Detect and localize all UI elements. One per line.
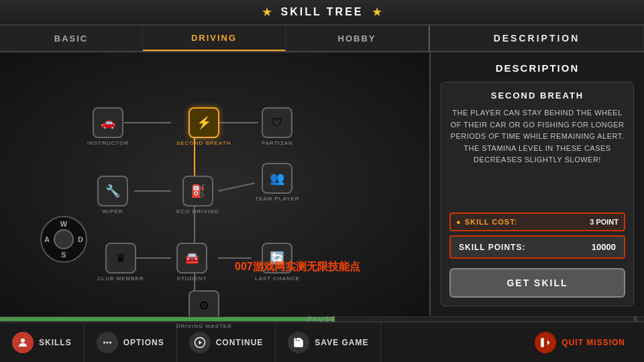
tab-bar: BASIC DRIVING HOBBY DESCRIPTION xyxy=(0,25,644,52)
skill-node-partizan[interactable]: 🛡 PARTIZAN xyxy=(262,107,293,146)
skill-label-second-breath: SECOND BREATH xyxy=(176,140,231,146)
tab-hobby[interactable]: HOBBY xyxy=(286,25,429,51)
skill-label-team-player: TEAM PLAYER xyxy=(255,196,299,202)
skill-points-label: SKILL POINTS: xyxy=(459,243,525,252)
skill-label-driving-master: DRIVING MASTER xyxy=(176,323,232,329)
skill-cost-row: ● SKILL COST: 3 POINT xyxy=(449,213,625,231)
bottom-bar: SKILLS OPTIONS CONTINUE SAVE GAME QUIT M… xyxy=(0,322,644,362)
skill-icon-second-breath: ⚡ xyxy=(189,107,219,138)
description-title: DESCRIPTION xyxy=(441,62,634,74)
description-header: DESCRIPTION xyxy=(429,25,644,51)
skill-icon-wiper: 🔧 xyxy=(97,176,128,206)
skill-icon-instructor: 🚗 xyxy=(93,107,123,138)
wasd-w: W xyxy=(60,220,67,228)
skill-tree-area: 🚗 INSTRUCTOR ⚡ SECOND BREATH 🛡 PARTIZAN … xyxy=(0,52,429,316)
progress-fill xyxy=(0,317,335,321)
skill-icon-last-chance: 🔄 xyxy=(262,243,292,274)
star-left-icon: ★ xyxy=(262,5,272,19)
svg-marker-14 xyxy=(199,341,202,345)
skill-icon-eco-driving: ⛽ xyxy=(182,176,213,206)
skill-icon-student: 🚘 xyxy=(176,243,207,274)
skill-node-club-member[interactable]: ♛ CLUB MEMBER xyxy=(97,243,144,282)
skill-label-last-chance: LAST CHANCE xyxy=(255,276,300,282)
skill-node-student[interactable]: 🚘 STUDENT xyxy=(176,243,207,282)
skill-points-value: 10000 xyxy=(592,242,616,252)
skill-icon-club-member: ♛ xyxy=(105,243,136,274)
skills-button[interactable]: SKILLS xyxy=(7,323,85,362)
skill-points-row: SKILL POINTS: 10000 xyxy=(449,235,625,259)
options-button[interactable]: OPTIONS xyxy=(85,323,177,362)
wasd-control: W A S D xyxy=(40,216,87,263)
skills-label: SKILLS xyxy=(39,338,72,347)
description-panel: DESCRIPTION SECOND BREATH THE PLAYER CAN… xyxy=(429,52,644,316)
skill-node-team-player[interactable]: 👥 TEAM PLAYER xyxy=(255,163,299,202)
tab-basic[interactable]: BASIC xyxy=(0,25,143,51)
skill-label-instructor: INSTRUCTOR xyxy=(87,140,129,146)
wasd-a: A xyxy=(44,235,50,243)
skill-label-eco-driving: ECO DRIVING xyxy=(176,208,219,215)
skill-node-wiper[interactable]: 🔧 WIPER xyxy=(97,176,128,215)
pause-indicator-right: II xyxy=(633,316,637,323)
continue-icon xyxy=(189,332,211,353)
skills-icon xyxy=(12,332,34,353)
pause-indicator-left: II xyxy=(7,316,11,323)
skill-node-driving-master[interactable]: ⚙ DRIVING MASTER xyxy=(176,290,232,329)
continue-label: CONTINUE xyxy=(216,338,264,347)
desc-skill-text: THE PLAYER CAN STAY BEHIND THE WHEEL OF … xyxy=(449,107,625,206)
skill-node-instructor[interactable]: 🚗 INSTRUCTOR xyxy=(87,107,129,146)
desc-skill-name: SECOND BREATH xyxy=(449,90,625,101)
svg-point-11 xyxy=(103,342,105,344)
skill-icon-team-player: 👥 xyxy=(262,163,292,194)
skill-node-last-chance[interactable]: 🔄 LAST CHANCE xyxy=(255,243,300,282)
skill-label-club-member: CLUB MEMBER xyxy=(97,276,144,282)
description-box: SECOND BREATH THE PLAYER CAN STAY BEHIND… xyxy=(441,82,634,306)
save-game-label: SAVE GAME xyxy=(315,338,368,347)
coin-icon: ● xyxy=(456,218,462,226)
options-label: OPTIONS xyxy=(123,338,164,347)
skill-node-eco-driving[interactable]: ⛽ ECO DRIVING xyxy=(176,176,219,215)
skill-cost-value: 3 POINT xyxy=(590,218,619,226)
wasd-s: S xyxy=(61,251,66,259)
save-game-button[interactable]: SAVE GAME xyxy=(276,323,381,362)
quit-mission-label: QUIT MISSION xyxy=(561,338,625,347)
quit-icon xyxy=(535,332,556,353)
skill-label-student: STUDENT xyxy=(177,276,207,282)
svg-point-12 xyxy=(109,342,111,344)
svg-point-9 xyxy=(21,339,25,343)
options-icon xyxy=(97,332,118,353)
star-right-icon: ★ xyxy=(372,5,382,19)
svg-line-4 xyxy=(218,183,255,191)
main-content: 🚗 INSTRUCTOR ⚡ SECOND BREATH 🛡 PARTIZAN … xyxy=(0,52,644,316)
page-title: SKILL TREE xyxy=(280,6,363,18)
skill-node-second-breath[interactable]: ⚡ SECOND BREATH xyxy=(176,107,231,146)
svg-point-10 xyxy=(106,342,108,344)
pause-label: PAUSE xyxy=(307,316,336,323)
pause-bar: II PAUSE II xyxy=(0,316,644,322)
header: ★ SKILL TREE ★ xyxy=(0,0,644,25)
wasd-d: D xyxy=(78,235,83,243)
skill-label-wiper: WIPER xyxy=(102,208,123,215)
skill-label-partizan: PARTIZAN xyxy=(262,140,293,146)
get-skill-button[interactable]: GET SKILL xyxy=(449,268,625,298)
quit-mission-button[interactable]: QUIT MISSION xyxy=(523,323,637,362)
skill-icon-partizan: 🛡 xyxy=(262,107,292,138)
tab-driving[interactable]: DRIVING xyxy=(143,25,286,51)
skill-cost-label: ● SKILL COST: xyxy=(456,218,517,226)
save-icon xyxy=(288,332,309,353)
